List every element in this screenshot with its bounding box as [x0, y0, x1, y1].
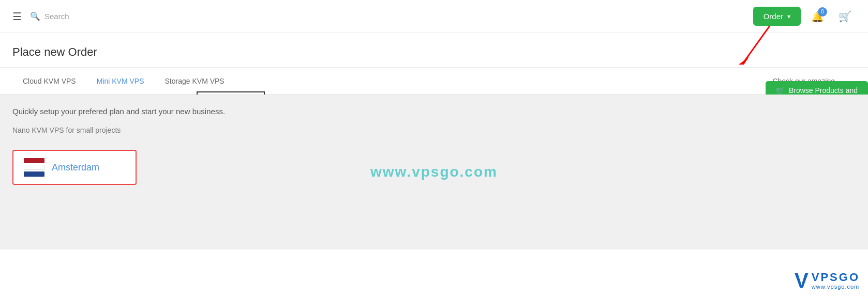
- location-card-amsterdam[interactable]: Amsterdam: [12, 150, 137, 185]
- netherlands-flag: [24, 158, 44, 177]
- nav-item-mini-kvm-vps[interactable]: Mini KVM VPS: [86, 69, 155, 93]
- nav-item-storage-kvm-vps[interactable]: Storage KVM VPS: [155, 69, 235, 93]
- flag-blue-stripe: [24, 171, 44, 177]
- page-title-bar: Place new Order: [0, 33, 868, 68]
- location-name: Amsterdam: [52, 162, 99, 173]
- nav-menu: Cloud KVM VPS Mini KVM VPS Storage KVM V…: [0, 68, 868, 95]
- hamburger-icon[interactable]: ☰: [12, 10, 22, 23]
- content-description: Nano KVM VPS for small projects: [12, 126, 856, 134]
- vpsgo-logo: V VPSGO www.vpsgo.com: [795, 270, 860, 291]
- notification-badge: 0: [818, 7, 827, 17]
- vpsgo-sub-text: www.vpsgo.com: [812, 284, 860, 290]
- content-subtitle: Quickly setup your prefered plan and sta…: [12, 107, 856, 116]
- search-placeholder: Search: [44, 12, 69, 21]
- flag-red-stripe: [24, 158, 44, 163]
- watermark: www.vpsgo.com: [370, 164, 498, 180]
- header: ☰ 🔍 Search Order ▾ 🔔 0 🛒: [0, 0, 868, 33]
- notifications-button[interactable]: 🔔 0: [807, 6, 828, 27]
- browse-products-label: Browse Products and: [789, 86, 858, 95]
- search-bar[interactable]: 🔍 Search: [30, 11, 753, 21]
- cart-button[interactable]: 🛒: [834, 6, 856, 27]
- search-icon: 🔍: [30, 11, 40, 21]
- cart-icon: 🛒: [776, 86, 785, 95]
- nav-item-cloud-kvm-vps[interactable]: Cloud KVM VPS: [12, 69, 86, 93]
- arrow-annotation: [739, 23, 780, 72]
- vpsgo-main-text: VPSGO: [812, 271, 860, 284]
- vpsgo-v-letter: V: [795, 270, 809, 291]
- page-title: Place new Order: [12, 45, 856, 59]
- flag-white-stripe: [24, 165, 44, 170]
- vpsgo-text-block: VPSGO www.vpsgo.com: [812, 271, 860, 290]
- order-label: Order: [764, 12, 783, 21]
- chevron-down-icon: ▾: [787, 13, 790, 20]
- content-area: www.vpsgo.com Quickly setup your prefere…: [0, 95, 868, 249]
- svg-line-0: [744, 26, 770, 62]
- svg-marker-1: [739, 57, 749, 65]
